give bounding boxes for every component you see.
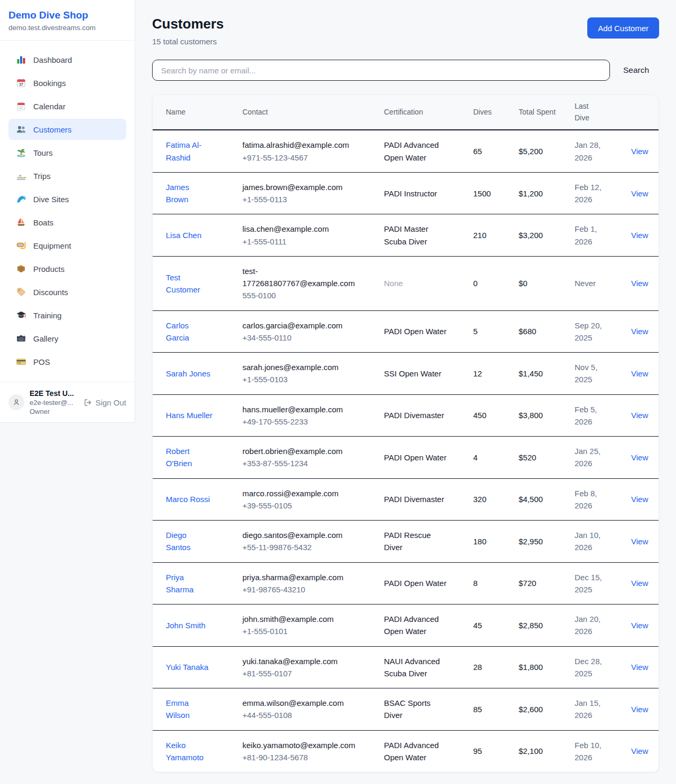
dives-count: 8 (473, 562, 519, 604)
customer-phone: +39-555-0105 (242, 499, 364, 512)
customer-name-link[interactable]: Carlos Garcia (166, 321, 189, 342)
customer-name-link[interactable]: Robert O'Brien (166, 447, 192, 468)
dives-count: 320 (473, 478, 519, 521)
add-customer-button[interactable]: Add Customer (587, 17, 659, 39)
customer-email: john.smith@example.com (242, 613, 364, 625)
view-link[interactable]: View (631, 663, 648, 672)
view-link[interactable]: View (631, 747, 648, 755)
customer-name-link[interactable]: Emma Wilson (166, 698, 190, 720)
sidebar-item-dive-sites[interactable]: Dive Sites (8, 188, 126, 210)
credit-card-icon (16, 356, 26, 367)
customer-email: lisa.chen@example.com (242, 223, 364, 235)
sidebar-item-label: Dive Sites (33, 195, 69, 204)
customer-email: sarah.jones@example.com (242, 361, 364, 373)
search-button[interactable]: Search (623, 65, 649, 75)
table-header-row: Name Contact Certification Dives Total S… (153, 95, 659, 130)
sidebar-item-customers[interactable]: Customers (8, 119, 126, 140)
customer-name-link[interactable]: James Brown (166, 183, 189, 204)
sidebar-item-label: Tours (33, 148, 53, 157)
table-row: Hans Mueller hans.mueller@example.com +4… (153, 394, 659, 437)
sidebar-item-dashboard[interactable]: Dashboard (8, 49, 126, 70)
sign-out-label: Sign Out (96, 398, 126, 407)
sidebar-user-section: E2E Test U... e2e-tester@... Owner Sign … (0, 382, 135, 422)
sidebar-item-trips[interactable]: Trips (8, 165, 126, 186)
customer-name-link[interactable]: Priya Sharma (166, 573, 194, 594)
sidebar-item-tours[interactable]: Tours (8, 142, 126, 163)
customer-name-link[interactable]: Test Customer (166, 273, 200, 294)
certification-text: BSAC Sports Diver (384, 698, 430, 720)
calendar-date-icon: 17 (16, 78, 26, 88)
view-link[interactable]: View (631, 495, 648, 504)
customer-name-link[interactable]: Sarah Jones (166, 369, 210, 378)
sidebar-item-label: POS (33, 357, 50, 366)
total-spent: $3,800 (519, 394, 575, 437)
table-row: Test Customer test-1772681807767@example… (153, 256, 659, 310)
certification-text: None (384, 279, 403, 288)
customer-name-link[interactable]: John Smith (166, 621, 205, 630)
view-link[interactable]: View (631, 705, 648, 714)
diving-mask-icon (16, 240, 26, 251)
dives-count: 450 (473, 394, 519, 437)
view-link[interactable]: View (631, 147, 648, 156)
view-link[interactable]: View (631, 411, 648, 420)
total-spent: $1,800 (519, 646, 575, 688)
dives-count: 45 (473, 604, 519, 647)
sidebar-item-gallery[interactable]: Gallery (8, 328, 126, 349)
dives-count: 12 (473, 353, 519, 395)
view-link[interactable]: View (631, 279, 648, 288)
user-info: E2E Test U... e2e-tester@... Owner (30, 389, 74, 415)
view-link[interactable]: View (631, 231, 648, 240)
customer-name-link[interactable]: Lisa Chen (166, 231, 202, 240)
sidebar-item-pos[interactable]: POS (8, 351, 126, 372)
view-link[interactable]: View (631, 537, 648, 546)
search-input[interactable] (152, 60, 610, 81)
total-spent: $1,200 (519, 172, 575, 214)
view-link[interactable]: View (631, 369, 648, 378)
sidebar-item-boats[interactable]: Boats (8, 212, 126, 233)
certification-text: PADI Open Water (384, 327, 446, 336)
user-name: E2E Test U... (30, 389, 74, 398)
customer-name-link[interactable]: Keiko Yamamoto (166, 741, 203, 762)
customer-name-link[interactable]: Marco Rossi (166, 495, 210, 504)
sidebar-item-label: Dashboard (33, 55, 72, 64)
customer-email: robert.obrien@example.com (242, 445, 364, 457)
certification-text: PADI Divemaster (384, 495, 444, 504)
total-spent: $3,200 (519, 214, 575, 257)
table-row: John Smith john.smith@example.com +1-555… (153, 604, 659, 647)
view-link[interactable]: View (631, 621, 648, 630)
sidebar-item-calendar[interactable]: Calendar (8, 96, 126, 117)
customer-phone: 555-0100 (242, 289, 364, 301)
column-header-contact: Contact (242, 95, 384, 130)
sidebar-item-label: Training (33, 311, 62, 320)
dives-count: 210 (473, 214, 519, 257)
customer-name-link[interactable]: Hans Mueller (166, 411, 212, 420)
sidebar-item-discounts[interactable]: Discounts (8, 281, 126, 303)
customer-name-link[interactable]: Diego Santos (166, 531, 191, 552)
table-row: Keiko Yamamoto keiko.yamamoto@example.co… (153, 730, 659, 772)
sidebar-item-equipment[interactable]: Equipment (8, 235, 126, 256)
view-link[interactable]: View (631, 189, 648, 198)
sidebar-nav: Dashboard 17 Bookings Calendar Customers… (0, 41, 135, 382)
customer-name-link[interactable]: Fatima Al-Rashid (166, 140, 202, 162)
last-dive-date: Jan 10, 2026 (575, 521, 631, 563)
sign-out-button[interactable]: Sign Out (83, 398, 126, 407)
certification-text: PADI Open Water (384, 453, 446, 462)
sidebar-item-bookings[interactable]: 17 Bookings (8, 72, 126, 93)
sidebar-item-products[interactable]: Products (8, 258, 126, 279)
customer-phone: +91-98765-43210 (242, 583, 364, 596)
column-header-total-spent: Total Spent (519, 95, 575, 130)
view-link[interactable]: View (631, 453, 648, 462)
sidebar-item-training[interactable]: Training (8, 305, 126, 326)
table-row: Fatima Al-Rashid fatima.alrashid@example… (153, 130, 659, 172)
customer-name-link[interactable]: Yuki Tanaka (166, 663, 209, 672)
table-row: Lisa Chen lisa.chen@example.com +1-555-0… (153, 214, 659, 257)
table-row: Emma Wilson emma.wilson@example.com +44-… (153, 688, 659, 731)
sidebar: Demo Dive Shop demo.test.divestreams.com… (0, 0, 135, 423)
view-link[interactable]: View (631, 327, 648, 336)
bar-chart-icon (16, 54, 26, 65)
total-spent: $2,100 (519, 730, 575, 772)
view-link[interactable]: View (631, 579, 648, 588)
last-dive-date: Jan 15, 2026 (575, 688, 631, 731)
dives-count: 4 (473, 437, 519, 479)
total-spent: $2,850 (519, 604, 575, 647)
